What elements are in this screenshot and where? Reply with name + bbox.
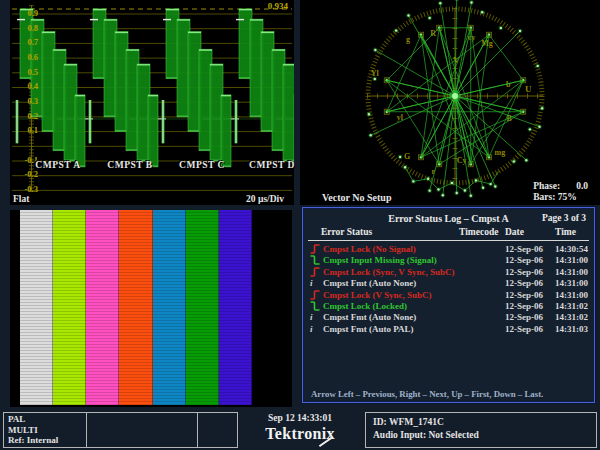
empty-status-box-small <box>197 412 238 448</box>
log-row: i Cmpst Lock (V Sync, SubC) 12-Sep-06 14… <box>303 290 594 301</box>
svg-text:U: U <box>525 84 532 94</box>
time-value: 14:30:54 <box>555 244 588 254</box>
y-tick: 0.7 <box>14 38 38 47</box>
log-row: i Cmpst Input Missing (Signal) 12-Sep-06… <box>303 255 594 266</box>
colorbar-yellow <box>53 210 86 405</box>
filter-label: Flat <box>13 194 29 204</box>
status-bar: PAL MULTI Ref: Internal Sep 12 14:33:01 … <box>0 410 600 450</box>
phase-value: 0.0 <box>576 181 588 191</box>
error-status-text: Cmpst Lock (No Signal) <box>323 244 416 254</box>
y-tick: 0.5 <box>14 68 38 77</box>
y-tick: -0.3 <box>14 185 38 194</box>
vector-mode-label: Vector No Setup <box>322 192 391 203</box>
y-tick: 0.8 <box>14 24 38 33</box>
col-date: Date <box>505 227 524 237</box>
empty-status-box <box>86 412 198 448</box>
phase-label: Phase: <box>533 181 560 191</box>
error-status-text: Cmpst Input Missing (Signal) <box>323 255 437 265</box>
date-value: 12-Sep-06 <box>505 255 543 265</box>
instrument-id-box: ID: WFM_1741C Audio Input: Not Selected <box>365 412 597 448</box>
input-status-box: PAL MULTI Ref: Internal <box>3 412 87 448</box>
y-tick: 0.4 <box>14 82 38 91</box>
error-status-text: Cmpst Lock (V Sync, SubC) <box>323 290 432 300</box>
error-status-text: Cmpst Fmt (Auto None) <box>323 278 416 288</box>
y-tick: 0.3 <box>14 97 38 106</box>
picture-panel <box>10 210 292 407</box>
date-value: 12-Sep-06 <box>505 312 543 322</box>
audio-input-status: Audio Input: Not Selected <box>373 429 589 442</box>
time-value: 14:31:00 <box>555 255 588 265</box>
vectorscope-panel: VURMgbBcygYlylGrCymg Vector No Setup Pha… <box>300 0 600 205</box>
colorbar-blue <box>219 210 252 405</box>
date-value: 12-Sep-06 <box>505 278 543 288</box>
error-status-text: Cmpst Fmt (Auto PAL) <box>323 324 414 334</box>
log-row: i Cmpst Lock (Locked) 12-Sep-06 14:31:02 <box>303 301 594 312</box>
date-value: 12-Sep-06 <box>505 290 543 300</box>
reference-source: Ref: Internal <box>8 435 82 446</box>
error-status-log-panel: Error Status Log – Cmpst A Page 3 of 3 E… <box>302 207 595 403</box>
log-row: i Cmpst Lock (Sync, V Sync, SubC) 12-Sep… <box>303 267 594 278</box>
info-icon: i <box>310 324 320 334</box>
svg-text:b: b <box>506 80 511 89</box>
colorbar-white <box>20 210 53 405</box>
svg-text:G: G <box>404 152 410 161</box>
time-value: 14:31:00 <box>555 278 588 288</box>
waveform-panel: 0.934 0.9 0.8 0.7 0.6 0.5 0.4 0.3 0.2 0.… <box>10 0 294 205</box>
tektronix-logo: Tektronix <box>240 425 360 443</box>
channel-label-cmpst-a: CMPST A <box>35 160 80 170</box>
log-row: i Cmpst Fmt (Auto None) 12-Sep-06 14:31:… <box>303 312 594 323</box>
datetime-readout: Sep 12 14:33:01 <box>240 413 360 423</box>
svg-text:g: g <box>406 35 410 44</box>
wfm-monitor-screen: { "waveform": { "cursor_readout": "0.934… <box>0 0 600 450</box>
time-value: 14:31:00 <box>555 290 588 300</box>
channel-label-cmpst-b: CMPST B <box>107 160 152 170</box>
col-error-status: Error Status <box>321 227 372 237</box>
y-tick: 0.2 <box>14 112 38 121</box>
col-time: Time <box>555 227 576 237</box>
date-value: 12-Sep-06 <box>505 267 543 277</box>
svg-text:mg: mg <box>495 148 506 157</box>
channel-label-cmpst-c: CMPST C <box>179 160 225 170</box>
color-bars <box>20 210 285 405</box>
error-status-text: Cmpst Lock (Locked) <box>323 301 407 311</box>
cursor-readout: 0.934 <box>268 1 288 11</box>
waveform-trace <box>10 0 294 205</box>
falling-edge-icon: i <box>310 255 320 265</box>
y-tick: -0.2 <box>14 170 38 179</box>
date-value: 12-Sep-06 <box>505 324 543 334</box>
log-row: i Cmpst Lock (No Signal) 12-Sep-06 14:30… <box>303 244 594 255</box>
timebase-label: 20 µs/Div <box>246 194 284 204</box>
y-tick: 0.1 <box>14 126 38 135</box>
video-standard: PAL <box>8 414 82 425</box>
channel-label-cmpst-d: CMPST D <box>249 160 295 170</box>
rising-edge-icon: i <box>310 267 320 277</box>
rising-edge-icon: i <box>310 244 320 254</box>
info-icon: i <box>310 312 320 322</box>
log-navigation-hint: Arrow Left – Previous, Right – Next, Up … <box>311 389 543 399</box>
time-value: 14:31:00 <box>555 267 588 277</box>
rising-edge-icon: i <box>310 290 320 300</box>
svg-text:V: V <box>453 55 460 65</box>
log-page-indicator: Page 3 of 3 <box>538 213 586 223</box>
colorbar-red <box>119 210 152 405</box>
log-row: i Cmpst Fmt (Auto PAL) 12-Sep-06 14:31:0… <box>303 324 594 335</box>
y-tick: 0.6 <box>14 53 38 62</box>
falling-edge-icon: i <box>310 301 320 311</box>
time-value: 14:31:02 <box>555 301 588 311</box>
date-value: 12-Sep-06 <box>505 244 543 254</box>
colorbar-green <box>186 210 219 405</box>
colorbar-cyan <box>153 210 186 405</box>
instrument-id: ID: WFM_1741C <box>373 416 589 429</box>
colorbar-magenta <box>86 210 119 405</box>
col-timecode: Timecode <box>459 227 498 237</box>
bars-readout: Bars: 75% <box>533 192 588 203</box>
input-mode: MULTI <box>8 425 82 436</box>
vector-readouts: Phase:0.0 Bars: 75% <box>533 181 588 203</box>
vectorscope-display: VURMgbBcygYlylGrCymg <box>300 0 600 205</box>
y-tick: 0.9 <box>14 9 38 18</box>
log-rows: i Cmpst Lock (No Signal) 12-Sep-06 14:30… <box>303 244 594 335</box>
log-row: i Cmpst Fmt (Auto None) 12-Sep-06 14:31:… <box>303 278 594 289</box>
info-icon: i <box>310 278 320 288</box>
error-status-text: Cmpst Lock (Sync, V Sync, SubC) <box>323 267 454 277</box>
date-value: 12-Sep-06 <box>505 301 543 311</box>
